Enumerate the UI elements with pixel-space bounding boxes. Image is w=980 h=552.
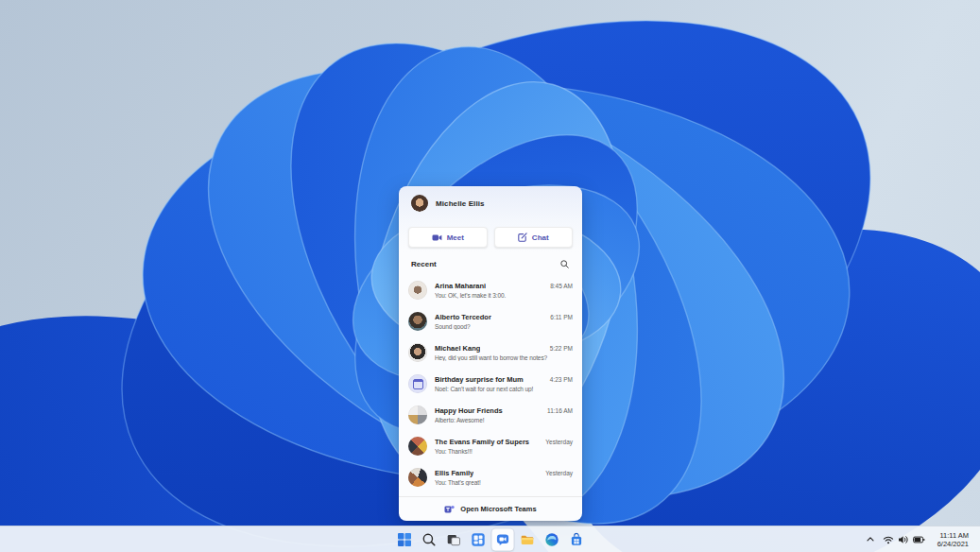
conversation-row[interactable]: Happy Hour Friends 11:16 AM Alberto: Awe… (399, 399, 582, 430)
battery-icon (913, 534, 925, 544)
task-view-icon (446, 532, 460, 546)
conversation-avatar (408, 312, 427, 331)
conversation-preview: Sound good? (435, 323, 573, 330)
edge-button[interactable] (541, 528, 562, 550)
compose-icon (518, 233, 527, 242)
tray-chevron-button[interactable] (862, 528, 879, 550)
edge-icon (544, 532, 559, 546)
conversation-name: Alberto Tercedor (435, 313, 491, 321)
clock-date: 6/24/2021 (937, 540, 969, 549)
microsoft-store-button[interactable] (565, 528, 587, 550)
chat-button[interactable]: Chat (494, 227, 574, 248)
conversation-name: Arina Maharani (435, 282, 486, 290)
widgets-icon (471, 532, 485, 546)
flyout-header: Michelle Ellis (399, 186, 582, 220)
wifi-icon (883, 534, 894, 544)
tray-status-button[interactable] (879, 528, 929, 550)
conversation-list: Arina Maharani 8:45 AM You: OK, let's ma… (399, 272, 582, 496)
conversation-name: The Evans Family of Supers (435, 438, 529, 446)
search-icon (421, 532, 436, 546)
conversation-avatar (408, 405, 427, 424)
conversation-body: Ellis Family Yesterday You: That's great… (435, 469, 573, 486)
conversation-avatar (408, 374, 427, 393)
conversation-preview: Alberto: Awesome! (435, 417, 573, 423)
widgets-button[interactable] (467, 528, 489, 550)
desktop: Michelle Ellis Meet Chat Recent (0, 0, 980, 552)
taskbar: 11:11 AM 6/24/2021 (0, 526, 980, 552)
teams-chat-icon (495, 532, 509, 546)
conversation-name: Michael Kang (435, 344, 480, 353)
conversation-row[interactable]: Birthday surprise for Mum 4:23 PM Noel: … (399, 368, 582, 399)
search-taskbar-button[interactable] (418, 528, 439, 550)
conversation-time: 6:11 PM (550, 314, 573, 320)
conversation-time: 8:45 AM (550, 283, 573, 289)
system-tray: 11:11 AM 6/24/2021 (862, 528, 977, 550)
conversation-preview: You: Thanks!!! (435, 448, 573, 455)
conversation-body: The Evans Family of Supers Yesterday You… (435, 438, 573, 455)
meet-button[interactable]: Meet (408, 227, 488, 248)
conversation-row[interactable]: The Evans Family of Supers Yesterday You… (399, 430, 582, 461)
conversation-preview: Hey, did you still want to borrow the no… (435, 354, 573, 361)
windows-start-icon (397, 532, 411, 546)
conversation-time: Yesterday (545, 439, 573, 445)
start-button[interactable] (393, 528, 415, 550)
conversation-name: Happy Hour Friends (435, 406, 503, 415)
conversation-preview: You: OK, let's make it 3:00. (435, 292, 573, 299)
open-teams-label: Open Microsoft Teams (460, 505, 536, 513)
teams-chat-button[interactable] (491, 528, 513, 550)
search-icon (560, 260, 569, 268)
search-button[interactable] (559, 259, 570, 269)
conversation-avatar (408, 281, 427, 300)
conversation-preview: You: That's great! (435, 479, 573, 486)
conversation-body: Arina Maharani 8:45 AM You: OK, let's ma… (435, 282, 573, 299)
conversation-row[interactable]: Michael Kang 5:22 PM Hey, did you still … (399, 336, 582, 368)
chat-button-label: Chat (532, 233, 549, 242)
recent-bar: Recent (399, 256, 582, 272)
conversation-avatar (408, 343, 427, 362)
conversation-time: 4:23 PM (550, 376, 573, 383)
microsoft-store-icon (569, 532, 583, 546)
conversation-row[interactable]: Arina Maharani 8:45 AM You: OK, let's ma… (399, 274, 582, 305)
user-avatar[interactable] (411, 195, 428, 212)
clock-time: 11:11 AM (937, 530, 969, 540)
action-buttons: Meet Chat (399, 220, 582, 256)
taskbar-center-icons (393, 528, 587, 550)
conversation-body: Happy Hour Friends 11:16 AM Alberto: Awe… (435, 406, 573, 423)
conversation-time: 11:16 AM (547, 407, 573, 414)
clock-button[interactable]: 11:11 AM 6/24/2021 (929, 528, 977, 550)
task-view-button[interactable] (442, 528, 464, 550)
conversation-row[interactable]: Ellis Family Yesterday You: That's great… (399, 461, 582, 492)
teams-icon (444, 504, 455, 514)
video-camera-icon (432, 233, 442, 242)
user-name: Michelle Ellis (436, 199, 485, 208)
open-teams-button[interactable]: Open Microsoft Teams (444, 504, 536, 514)
teams-chat-flyout: Michelle Ellis Meet Chat Recent (399, 186, 582, 521)
conversation-body: Michael Kang 5:22 PM Hey, did you still … (435, 344, 573, 361)
file-explorer-icon (520, 532, 534, 546)
conversation-time: Yesterday (545, 470, 573, 476)
volume-icon (898, 534, 909, 544)
conversation-time: 5:22 PM (550, 345, 573, 352)
conversation-body: Alberto Tercedor 6:11 PM Sound good? (435, 313, 573, 330)
conversation-preview: Noel: Can't wait for our next catch up! (435, 386, 573, 392)
conversation-row[interactable]: Alberto Tercedor 6:11 PM Sound good? (399, 305, 582, 336)
conversation-name: Ellis Family (435, 469, 473, 477)
file-explorer-button[interactable] (516, 528, 538, 550)
meet-button-label: Meet (447, 233, 464, 242)
conversation-body: Birthday surprise for Mum 4:23 PM Noel: … (435, 375, 573, 392)
conversation-avatar (408, 437, 427, 456)
flyout-footer: Open Microsoft Teams (399, 496, 582, 521)
recent-label: Recent (411, 260, 437, 268)
chevron-up-icon (866, 535, 875, 544)
conversation-avatar (408, 468, 427, 487)
conversation-name: Birthday surprise for Mum (435, 375, 524, 384)
clock: 11:11 AM 6/24/2021 (933, 530, 973, 548)
